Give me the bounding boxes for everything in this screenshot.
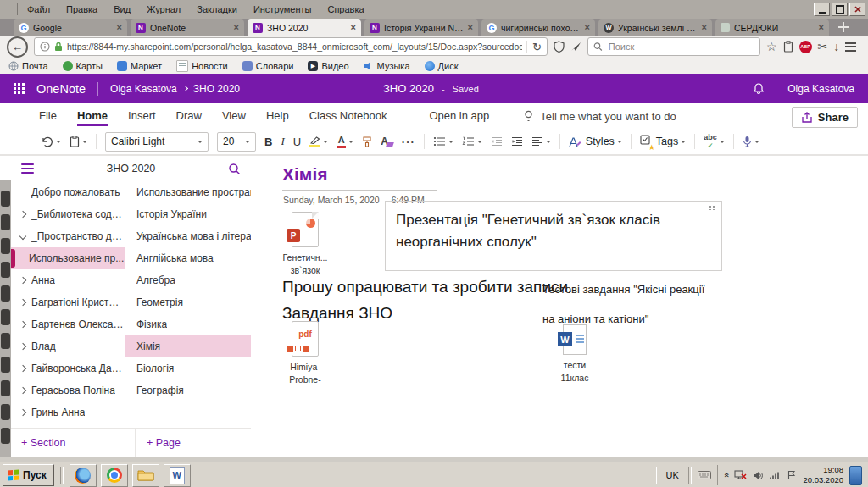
bookmark-maps[interactable]: Карты <box>63 61 103 71</box>
restore-button[interactable] <box>832 3 848 16</box>
show-desktop-button[interactable] <box>849 466 862 485</box>
word-file-icon[interactable]: W <box>563 324 587 355</box>
tab-close-icon[interactable]: × <box>819 23 824 32</box>
menu-tools[interactable]: Инструменты <box>253 4 312 14</box>
tab-close-icon[interactable]: × <box>351 23 356 32</box>
spell-check-button[interactable]: abc✓ <box>704 134 725 150</box>
breadcrumb[interactable]: Olga Kasatova ЗНО 2020 <box>110 83 240 95</box>
menu-file[interactable]: Файл <box>27 4 50 14</box>
page-item[interactable]: Історія України <box>125 203 264 225</box>
chevron-right-icon[interactable] <box>19 387 25 394</box>
share-button[interactable]: Share <box>792 107 858 128</box>
tab-close-icon[interactable]: × <box>117 23 122 32</box>
tab-home[interactable]: Home <box>77 106 108 126</box>
test-text-line[interactable]: на аніони та катіони" <box>542 313 648 325</box>
breadcrumb-user[interactable]: Olga Kasatova <box>110 83 177 95</box>
url-field[interactable]: https://8844-my.sharepoint.com/personal/… <box>34 37 548 56</box>
font-name-select[interactable]: Calibri Light <box>105 132 209 152</box>
font-size-select[interactable]: 20 <box>217 132 256 152</box>
new-tab-button[interactable] <box>836 19 851 35</box>
italic-button[interactable]: I <box>281 135 284 148</box>
section-item-library[interactable]: _Библиотека содержи... <box>11 203 125 225</box>
back-button[interactable]: ← <box>7 36 28 58</box>
start-button[interactable]: Пуск <box>3 464 54 486</box>
section-item-bagrationi[interactable]: Багратіоні Кристина <box>11 291 125 313</box>
tab-serdyuky[interactable]: СЕРДЮКИ × <box>715 19 829 36</box>
body-text-line[interactable]: Прошу опрацювати та зробити записи. <box>282 278 572 296</box>
ppt-attachment[interactable]: P Генетичн... зв`язок <box>275 212 336 277</box>
container-grip-icon[interactable] <box>709 205 716 210</box>
section-item-grin[interactable]: Гринь Анна <box>11 401 125 423</box>
tray-clock[interactable]: 19:08 20.03.2020 <box>803 465 843 486</box>
powerpoint-file-icon[interactable]: P <box>292 212 319 247</box>
screenshot-scissors-icon[interactable]: ✂ <box>818 41 828 53</box>
chevron-right-icon[interactable] <box>19 343 25 350</box>
tab-close-icon[interactable]: × <box>234 23 239 32</box>
section-item-gerasova[interactable]: Герасьова Поліна <box>11 379 125 401</box>
tab-help[interactable]: Help <box>266 106 289 126</box>
adblock-icon[interactable]: ABP <box>799 41 812 53</box>
tab-search-results[interactable]: G чигиринські походи – По... × <box>481 19 595 36</box>
indent-button[interactable] <box>511 136 523 147</box>
chevron-down-icon[interactable] <box>19 233 25 240</box>
chevron-right-icon[interactable] <box>19 321 25 328</box>
styles-button[interactable]: Styles <box>569 136 622 147</box>
tab-draw[interactable]: Draw <box>176 106 202 126</box>
signal-strength-icon[interactable] <box>769 471 781 479</box>
highlight-button[interactable] <box>309 136 328 147</box>
bookmark-star-icon[interactable]: ☆ <box>766 41 777 53</box>
section-item-welcome[interactable]: Добро пожаловать <box>11 181 125 203</box>
body-text-line[interactable]: Завдання ЗНО <box>282 304 392 323</box>
show-hidden-icons-icon[interactable]: « <box>722 473 731 478</box>
tab-istoriya-notebook[interactable]: N Історія України Notebook × <box>364 19 478 36</box>
section-item-bartenev[interactable]: Бартенєв Олександр <box>11 313 125 335</box>
close-button[interactable] <box>849 3 865 16</box>
tab-file[interactable]: File <box>39 106 57 126</box>
menu-view[interactable]: Вид <box>114 4 131 14</box>
pdf-file-icon[interactable]: pdf <box>292 321 319 357</box>
bell-icon[interactable] <box>752 82 765 96</box>
minimize-button[interactable] <box>814 3 830 16</box>
page-item[interactable]: Использование простран... <box>125 181 264 203</box>
search-input[interactable] <box>607 41 754 53</box>
tab-view[interactable]: View <box>222 106 246 126</box>
note-container[interactable]: Презентація "Генетичний зв`язок класів н… <box>385 201 722 271</box>
send-page-icon[interactable] <box>570 42 581 52</box>
explorer-taskbar-button[interactable] <box>132 464 159 487</box>
url-text[interactable]: https://8844-my.sharepoint.com/personal/… <box>67 42 522 52</box>
volume-icon[interactable] <box>753 471 763 480</box>
breadcrumb-doc[interactable]: ЗНО 2020 <box>193 83 240 95</box>
tab-insert[interactable]: Insert <box>128 106 156 126</box>
page-item-himiya-selected[interactable]: Хімія <box>125 335 264 357</box>
menu-history[interactable]: Журнал <box>147 4 181 14</box>
chevron-right-icon[interactable] <box>19 409 25 416</box>
align-button[interactable] <box>531 136 551 147</box>
menu-help[interactable]: Справка <box>327 4 364 14</box>
bookmark-video[interactable]: ▶ Видео <box>308 61 348 71</box>
page-item[interactable]: Фізика <box>125 313 264 335</box>
tags-button[interactable]: ★ Tags <box>640 134 686 149</box>
tab-wikipedia[interactable]: W Українські землі в 60—80 × <box>598 19 712 36</box>
downloads-icon[interactable]: ↓ <box>833 41 839 53</box>
app-name[interactable]: OneNote <box>36 82 86 96</box>
font-color-button[interactable]: A <box>337 136 353 148</box>
flag-icon[interactable] <box>787 470 797 480</box>
dictate-button[interactable] <box>743 136 760 147</box>
page-canvas[interactable]: Хімія Sunday, March 15, 2020 6:49 PM Пре… <box>251 156 868 457</box>
chrome-taskbar-button[interactable] <box>101 464 128 487</box>
bookmark-mail[interactable]: Почта <box>8 61 48 71</box>
browser-menu-icon[interactable] <box>845 42 856 52</box>
test-text-line[interactable]: Тестові завдання "Якісні реакції <box>542 283 704 296</box>
chevron-right-icon[interactable] <box>19 299 25 306</box>
page-title[interactable]: Хімія <box>282 164 327 185</box>
language-indicator[interactable]: UK <box>663 470 682 480</box>
underline-button[interactable]: U <box>293 136 301 148</box>
bookmark-market[interactable]: Маркет <box>117 61 162 71</box>
pocket-icon[interactable] <box>783 41 793 53</box>
word-taskbar-button[interactable]: W <box>164 464 191 487</box>
chevron-right-icon[interactable] <box>19 365 25 372</box>
info-icon[interactable] <box>40 42 50 52</box>
section-item-gaivoronska[interactable]: Гайворонська Дар`я <box>11 357 125 379</box>
bullet-list-button[interactable] <box>433 136 453 147</box>
bold-button[interactable]: B <box>264 136 272 148</box>
